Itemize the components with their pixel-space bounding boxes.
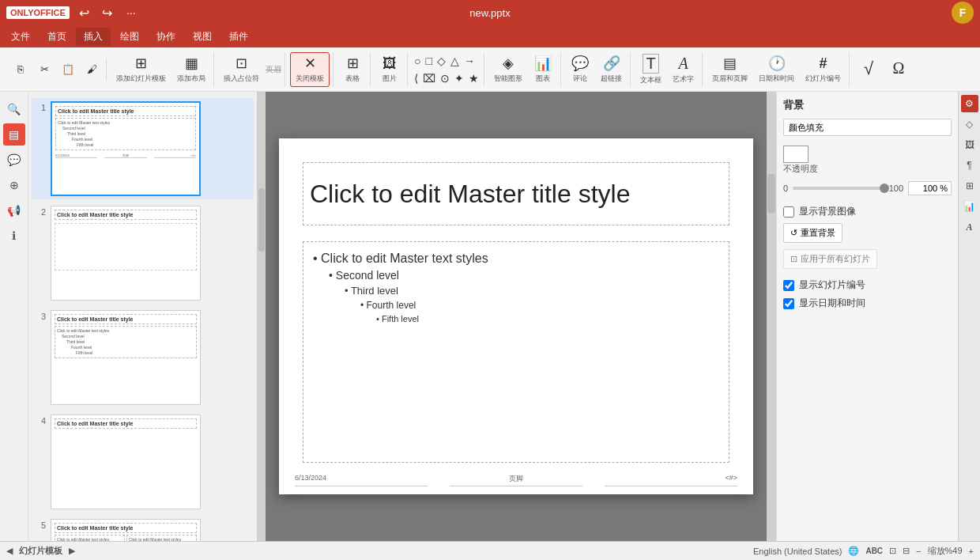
formula-btn[interactable]: √ — [854, 52, 883, 87]
add-layout-btn[interactable]: ▦ 添加布局 — [172, 52, 210, 87]
slide-title-box[interactable]: Click to edit Master title style — [303, 162, 729, 225]
opacity-track[interactable] — [793, 187, 884, 190]
right-text-btn[interactable]: ¶ — [961, 157, 978, 174]
insert-placeholder-btn[interactable]: ⊡ 插入占位符 — [219, 52, 264, 87]
undo-btn[interactable]: ↩ — [76, 4, 92, 22]
menu-home[interactable]: 首页 — [40, 28, 74, 46]
slide-panel[interactable]: 1 Click to edit Master title style Click… — [28, 92, 258, 541]
right-panel-title: 背景 — [783, 98, 952, 112]
chart-btn[interactable]: 📊 图表 — [529, 52, 557, 87]
slide-preview-4[interactable]: Click to edit Master title style — [51, 414, 201, 509]
zoom-in-btn[interactable]: + — [969, 547, 974, 556]
left-search-btn[interactable]: 🔍 — [3, 98, 25, 120]
redo-btn[interactable]: ↪ — [99, 4, 115, 22]
show-bg-image-check[interactable] — [783, 206, 794, 218]
right-icon-bar: ⚙ ◇ 🖼 ¶ ⊞ 📊 A — [958, 92, 980, 541]
comment-btn[interactable]: 💬 评论 — [566, 52, 594, 87]
shape-star5[interactable]: ★ — [467, 70, 481, 86]
body-line-2: • Second level — [313, 269, 719, 282]
zoom-out-btn[interactable]: − — [916, 547, 921, 556]
left-announce-btn[interactable]: 📢 — [3, 199, 25, 221]
menu-view[interactable]: 视图 — [185, 28, 220, 46]
shape-rect[interactable]: □ — [424, 53, 433, 69]
menu-draw[interactable]: 绘图 — [112, 28, 147, 46]
right-image-btn[interactable]: 🖼 — [961, 136, 978, 153]
slide-5-two-col: Click to edit Master text styles Click t… — [55, 535, 197, 541]
slide-preview-2[interactable]: Click to edit Master title style — [51, 206, 201, 301]
right-chart-btn[interactable]: 📊 — [961, 198, 978, 215]
shape-oval[interactable]: ○ — [413, 53, 422, 69]
slide-thumb-4[interactable]: 4 Click to edit Master title style — [32, 411, 254, 513]
add-slide-template-btn[interactable]: ⊞ 添加幻灯片模板 — [111, 52, 171, 87]
shape-diamond[interactable]: ◇ — [435, 53, 447, 69]
right-settings-btn[interactable]: ⚙ — [961, 95, 978, 112]
left-icon-bar: 🔍 ▤ 💬 ⊕ 📢 ℹ — [0, 92, 28, 541]
canvas-scroll-thumb[interactable] — [767, 174, 775, 214]
slide-thumb-3[interactable]: 3 Click to edit Master title style Click… — [32, 307, 254, 408]
shape-x[interactable]: ⌧ — [421, 70, 437, 86]
toolbar-format-painter[interactable]: 🖌 — [81, 59, 103, 81]
split-view-icon[interactable]: ⊟ — [903, 546, 910, 556]
panel-scroll-thumb[interactable] — [258, 188, 265, 252]
slide-preview-3[interactable]: Click to edit Master title style Click t… — [51, 310, 201, 405]
menu-plugins[interactable]: 插件 — [221, 28, 256, 46]
more-btn[interactable]: ··· — [122, 5, 141, 21]
slidenum-btn[interactable]: # 幻灯片编号 — [801, 52, 846, 87]
left-info-btn[interactable]: ℹ — [3, 225, 25, 247]
status-left: ◀ 幻灯片模板 ▶ — [6, 545, 75, 557]
canvas-area[interactable]: Click to edit Master title style • Click… — [266, 92, 767, 541]
slide-preview-5[interactable]: Click to edit Master title style Click t… — [51, 519, 201, 541]
textbox-btn[interactable]: T 文本框 — [635, 52, 666, 87]
show-datetime-check[interactable] — [783, 298, 794, 309]
menu-file[interactable]: 文件 — [3, 28, 38, 46]
globe-icon[interactable]: 🌐 — [848, 546, 859, 556]
slide-thumb-1[interactable]: 1 Click to edit Master title style Click… — [32, 98, 254, 199]
slide-canvas[interactable]: Click to edit Master title style • Click… — [279, 138, 753, 494]
toolbar-cut[interactable]: ✂ — [33, 59, 55, 81]
slide-5-col-2: Click to edit Master text styles — [126, 535, 197, 541]
opacity-thumb[interactable] — [880, 184, 889, 193]
apply-all-btn[interactable]: ⊡ 应用于所有幻灯片 — [783, 249, 877, 269]
apply-icon: ⊡ — [790, 254, 797, 264]
next-slide-btn[interactable]: ▶ — [69, 546, 75, 556]
status-language[interactable]: English (United States) — [753, 547, 842, 556]
image-btn[interactable]: 🖼 图片 — [375, 52, 404, 87]
slide-thumb-5[interactable]: 5 Click to edit Master title style Click… — [32, 516, 254, 541]
fill-select[interactable]: 颜色填充 渐变填充 图片填充 无填充 — [783, 119, 952, 136]
right-shape-btn[interactable]: ◇ — [961, 115, 978, 133]
fit-page-icon[interactable]: ⊡ — [889, 546, 896, 556]
panel-scrollbar[interactable] — [258, 92, 266, 541]
slide-body-box[interactable]: • Click to edit Master text styles • Sec… — [303, 241, 729, 463]
table-btn[interactable]: ⊞ 表格 — [338, 52, 367, 87]
toolbar-copy[interactable]: ⎘ — [9, 59, 32, 81]
symbol-btn[interactable]: Ω — [884, 52, 913, 87]
menu-collaborate[interactable]: 协作 — [149, 28, 183, 46]
slide-preview-1[interactable]: Click to edit Master title style Click t… — [51, 101, 201, 196]
left-plugins-btn[interactable]: ⊕ — [3, 174, 25, 196]
right-table-btn[interactable]: ⊞ — [961, 177, 978, 195]
left-slides-btn[interactable]: ▤ — [3, 123, 25, 146]
slide-thumb-2[interactable]: 2 Click to edit Master title style — [32, 202, 254, 304]
datetime-btn[interactable]: 🕐 日期和时间 — [754, 52, 799, 87]
reset-bg-btn[interactable]: ↺ 重置背景 — [783, 223, 842, 243]
prev-slide-btn[interactable]: ◀ — [6, 546, 13, 556]
color-picker[interactable] — [783, 146, 808, 163]
link-btn[interactable]: 🔗 超链接 — [596, 52, 627, 87]
smart-btn[interactable]: ◈ 智能图形 — [489, 52, 527, 87]
pageheader-btn[interactable]: ▤ 页眉和页脚 — [707, 52, 752, 87]
shape-triangle[interactable]: △ — [449, 53, 461, 69]
menu-insert[interactable]: 插入 — [76, 28, 111, 46]
opacity-input[interactable] — [908, 181, 952, 195]
toolbar-paste[interactable]: 📋 — [57, 59, 79, 81]
spell-check-icon[interactable]: ABC — [865, 547, 883, 555]
close-template-btn[interactable]: ✕ 关闭模板 — [290, 52, 330, 87]
canvas-scrollbar[interactable] — [767, 92, 776, 541]
arttext-btn[interactable]: A 艺术字 — [668, 52, 699, 87]
shape-bracket[interactable]: ⟨ — [413, 70, 420, 86]
shape-circle[interactable]: ⊙ — [439, 70, 451, 86]
left-comments-btn[interactable]: 💬 — [3, 149, 25, 171]
show-slide-num-check[interactable] — [783, 280, 794, 291]
shape-star[interactable]: ✦ — [453, 70, 466, 86]
shape-arrow[interactable]: → — [462, 53, 477, 69]
right-font-btn[interactable]: A — [961, 218, 978, 236]
